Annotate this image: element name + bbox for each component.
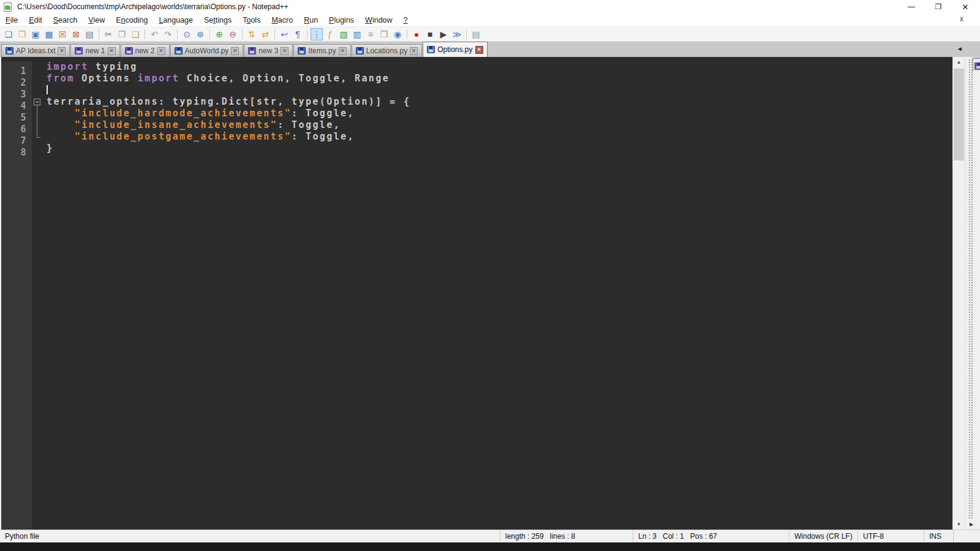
tab-close-icon[interactable]: ✕ <box>58 47 66 55</box>
menu-edit[interactable]: Edit <box>23 15 48 26</box>
tab-new-1[interactable]: new 1✕ <box>70 44 119 57</box>
zoom-out-icon[interactable]: ⊖ <box>227 28 239 40</box>
line-number: 3 <box>1 89 28 100</box>
code-line[interactable]: "include_hardmode_achievements": Toggle, <box>47 108 952 119</box>
scrollbar-thumb[interactable] <box>954 69 964 160</box>
menu-settings[interactable]: Settings <box>198 15 237 26</box>
scroll-down-icon[interactable]: ▼ <box>953 519 965 530</box>
cut-icon[interactable]: ✂ <box>102 28 115 40</box>
status-insert-mode[interactable]: INS <box>924 530 953 542</box>
menu-help[interactable]: ? <box>398 15 413 26</box>
tab-locations-py[interactable]: Locations.py✕ <box>352 44 422 57</box>
tab-autoworld-py[interactable]: AutoWorld.py✕ <box>170 44 244 57</box>
tab-ap-ideas-txt[interactable]: AP Ideas.txt✕ <box>1 44 70 57</box>
code-line[interactable]: "include_insane_achievements": Toggle, <box>47 119 952 131</box>
save-icon[interactable]: ▣ <box>29 28 42 40</box>
minimize-button[interactable]: — <box>898 0 925 13</box>
code-area[interactable]: import typingfrom Options import Choice,… <box>47 61 952 530</box>
tab-close-icon[interactable]: ✕ <box>231 47 239 55</box>
show-indent-guide-icon[interactable]: ⋮ <box>311 28 323 40</box>
toolbar-separator <box>466 29 467 39</box>
scrollbar-track[interactable] <box>953 67 965 519</box>
tab-close-icon[interactable]: ✕ <box>339 47 347 55</box>
fold-guide <box>32 108 47 119</box>
tab-close-icon[interactable]: ✕ <box>281 47 288 55</box>
toolbar-separator <box>407 29 407 39</box>
menu-tools[interactable]: Tools <box>237 15 266 26</box>
sync-vertical-icon[interactable]: ⇅ <box>246 28 258 40</box>
macro-record-icon[interactable]: ● <box>410 28 423 40</box>
panel-grip[interactable] <box>969 59 973 519</box>
redo-icon[interactable]: ↷ <box>162 28 174 40</box>
word-wrap-icon[interactable]: ↩ <box>278 28 290 40</box>
tab-close-icon[interactable]: ✕ <box>475 46 483 54</box>
fold-collapse-icon[interactable] <box>32 96 47 108</box>
document-map-icon[interactable]: ▥ <box>351 28 363 40</box>
tab-close-icon[interactable]: ✕ <box>157 47 165 55</box>
menu-plugins[interactable]: Plugins <box>323 15 360 26</box>
fold-guide <box>32 119 47 131</box>
menu-macro[interactable]: Macro <box>266 15 298 26</box>
tab-items-py[interactable]: Items.py✕ <box>293 44 350 57</box>
menu-view[interactable]: View <box>83 15 110 26</box>
find-icon[interactable]: ⊙ <box>181 28 193 40</box>
line-number: 1 <box>1 66 28 77</box>
new-file-icon[interactable]: ❏ <box>2 28 15 40</box>
close-file-icon[interactable]: ☒ <box>56 28 69 40</box>
macro-play-icon[interactable]: ▶ <box>437 28 450 40</box>
project-panel-icon[interactable]: ❒ <box>378 28 390 40</box>
undo-icon[interactable]: ↶ <box>148 28 160 40</box>
tab-scroll-left-icon[interactable]: ◄ <box>957 45 963 52</box>
sync-horizontal-icon[interactable]: ⇄ <box>259 28 271 40</box>
menu-encoding[interactable]: Encoding <box>110 15 153 26</box>
code-line[interactable]: terraria_options: typing.Dict[str, type(… <box>47 96 952 108</box>
close-button[interactable]: ✕ <box>952 0 979 13</box>
menu-file[interactable]: File <box>0 15 23 26</box>
window-title: C:\Users\Dood\Documents\tmp\Archipelago\… <box>17 2 288 11</box>
tab-label: Options.py <box>437 45 472 54</box>
code-line[interactable]: import typing <box>47 61 952 73</box>
panel-right-arrow-icon[interactable]: ▶ <box>967 520 976 528</box>
menu-search[interactable]: Search <box>48 15 83 26</box>
code-line[interactable]: } <box>47 143 952 154</box>
save-all-icon[interactable]: ▦ <box>43 28 55 40</box>
status-eol-format[interactable]: Windows (CR LF) <box>789 530 858 542</box>
zoom-in-icon[interactable]: ⊕ <box>213 28 225 40</box>
tab-close-icon[interactable]: ✕ <box>410 47 418 55</box>
replace-icon[interactable]: ⊛ <box>194 28 206 40</box>
tab-new-3[interactable]: new 3✕ <box>244 44 293 57</box>
tab-options-py[interactable]: Options.py✕ <box>423 42 487 57</box>
paste-icon[interactable]: ❑ <box>129 28 141 40</box>
scroll-up-icon[interactable]: ▲ <box>953 57 965 67</box>
function-list-icon[interactable]: ƒ <box>324 28 336 40</box>
show-all-characters-icon[interactable]: ¶ <box>292 28 304 40</box>
menu-window[interactable]: Window <box>360 15 398 26</box>
monitoring-icon[interactable]: ◉ <box>391 28 404 40</box>
save-recorded-macro-icon[interactable]: ▤ <box>470 28 482 40</box>
macro-run-multiple-icon[interactable]: ≫ <box>451 28 463 40</box>
code-editor[interactable]: 12345678 import typingfrom Options impor… <box>1 57 952 530</box>
folder-as-workspace-icon[interactable]: ▧ <box>337 28 350 40</box>
copy-icon[interactable]: ❐ <box>116 28 128 40</box>
print-icon[interactable]: ▤ <box>83 28 96 40</box>
vertical-scrollbar[interactable]: ▲ ▼ <box>952 57 965 530</box>
open-file-icon[interactable]: ❒ <box>16 28 28 40</box>
restore-button[interactable]: ❐ <box>925 0 952 13</box>
status-length-lines: length : 259 lines : 8 <box>500 530 633 542</box>
tab-new-2[interactable]: new 2✕ <box>121 44 170 57</box>
floppy-icon <box>298 47 306 54</box>
code-line[interactable] <box>47 84 952 96</box>
document-list-icon[interactable]: ≡ <box>364 28 377 40</box>
toolbar-separator <box>145 29 145 39</box>
floppy-icon <box>974 62 980 70</box>
code-line[interactable]: "include_postgame_achievements": Toggle, <box>47 131 952 143</box>
status-encoding[interactable]: UTF-8 <box>858 530 924 542</box>
macro-stop-icon[interactable]: ■ <box>424 28 436 40</box>
code-line[interactable]: from Options import Choice, Option, Togg… <box>47 73 952 84</box>
tab-close-icon[interactable]: ✕ <box>108 47 116 55</box>
menu-language[interactable]: Language <box>153 15 198 26</box>
close-document-icon[interactable]: x <box>957 15 967 23</box>
floppy-icon <box>6 47 13 54</box>
menu-run[interactable]: Run <box>298 15 323 26</box>
close-all-icon[interactable]: ⊠ <box>70 28 82 40</box>
